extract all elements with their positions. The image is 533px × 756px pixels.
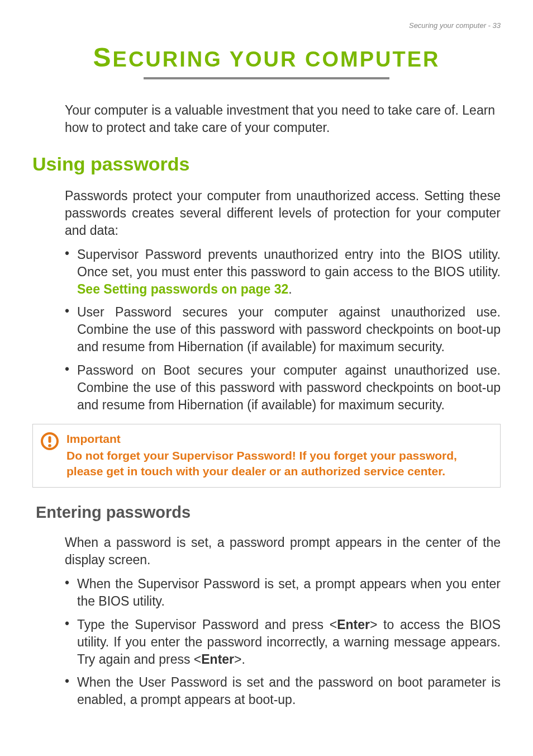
callout-title: Important bbox=[66, 432, 491, 446]
title-underline bbox=[144, 77, 389, 79]
title-rest: ECURING YOUR COMPUTER bbox=[113, 48, 440, 71]
enter-key-label: Enter bbox=[337, 617, 370, 632]
title-first-letter: S bbox=[93, 42, 113, 72]
bullet-text: When the Supervisor Password is set, a p… bbox=[77, 575, 501, 610]
main-title: SECURING YOUR COMPUTER bbox=[32, 42, 501, 73]
list-item: • Password on Boot secures your computer… bbox=[65, 362, 501, 414]
warning-icon bbox=[41, 432, 59, 450]
using-passwords-paragraph: Passwords protect your computer from una… bbox=[65, 187, 501, 239]
bullet-text-pre: Supervisor Password prevents unauthorize… bbox=[77, 247, 501, 279]
bullet-text: User Password secures your computer agai… bbox=[77, 304, 501, 356]
bullet-marker: • bbox=[65, 246, 77, 298]
intro-paragraph: Your computer is a valuable investment t… bbox=[65, 102, 501, 136]
setting-passwords-link[interactable]: See Setting passwords on page 32 bbox=[77, 282, 288, 296]
bullet-text-post: . bbox=[288, 282, 292, 296]
important-callout: Important Do not forget your Supervisor … bbox=[32, 424, 501, 488]
list-item: • Type the Supervisor Password and press… bbox=[65, 616, 501, 668]
entering-passwords-paragraph: When a password is set, a password promp… bbox=[65, 534, 501, 569]
bullet-text: Supervisor Password prevents unauthorize… bbox=[77, 246, 501, 298]
bullet-text-pre: Type the Supervisor Password and press < bbox=[77, 617, 337, 632]
bullet-marker: • bbox=[65, 616, 77, 668]
callout-text: Do not forget your Supervisor Password! … bbox=[66, 448, 491, 480]
bullet-marker: • bbox=[65, 362, 77, 414]
list-item: • Supervisor Password prevents unauthori… bbox=[65, 246, 501, 298]
bullet-text-post: >. bbox=[234, 652, 245, 667]
enter-key-label: Enter bbox=[201, 652, 234, 667]
passwords-bullet-list: • Supervisor Password prevents unauthori… bbox=[65, 246, 501, 413]
bullet-marker: • bbox=[65, 304, 77, 356]
list-item: • User Password secures your computer ag… bbox=[65, 304, 501, 356]
bullet-marker: • bbox=[65, 674, 77, 708]
bullet-text: Type the Supervisor Password and press <… bbox=[77, 616, 501, 668]
page-header: Securing your computer - 33 bbox=[409, 21, 501, 30]
bullet-marker: • bbox=[65, 575, 77, 610]
entering-passwords-heading: Entering passwords bbox=[36, 503, 501, 522]
list-item: • When the User Password is set and the … bbox=[65, 674, 501, 708]
bullet-text: Password on Boot secures your computer a… bbox=[77, 362, 501, 414]
list-item: • When the Supervisor Password is set, a… bbox=[65, 575, 501, 610]
svg-rect-1 bbox=[49, 436, 51, 443]
page-content: SECURING YOUR COMPUTER Your computer is … bbox=[0, 0, 533, 708]
entering-bullet-list: • When the Supervisor Password is set, a… bbox=[65, 575, 501, 708]
bullet-text: When the User Password is set and the pa… bbox=[77, 674, 501, 708]
svg-point-2 bbox=[48, 444, 51, 447]
using-passwords-heading: Using passwords bbox=[32, 153, 501, 175]
